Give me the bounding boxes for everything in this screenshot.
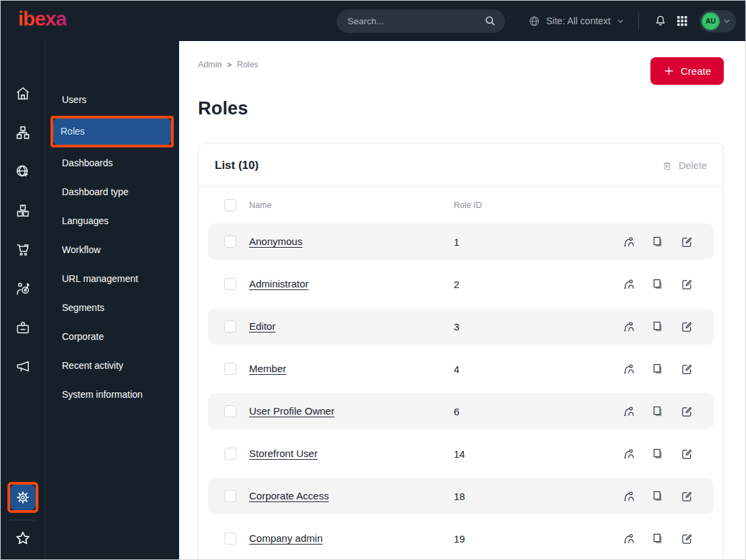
star-icon [14, 530, 32, 547]
admin-settings-button[interactable] [10, 485, 36, 510]
assign-user-icon-button[interactable] [622, 532, 636, 545]
sidebar-item-dashboards[interactable]: Dashboards [55, 150, 170, 176]
person-target-icon[interactable] [15, 281, 31, 297]
copy-icon-button[interactable] [651, 405, 665, 418]
create-button[interactable]: Create [650, 57, 724, 85]
global-search[interactable] [337, 9, 505, 33]
chevron-down-icon [722, 17, 731, 26]
edit-icon-button[interactable] [680, 447, 693, 460]
row-checkbox[interactable] [224, 490, 236, 502]
sidebar-item-system-information[interactable]: System information [55, 382, 170, 408]
assign-user-icon-button[interactable] [622, 320, 636, 333]
list-title: List (10) [215, 159, 259, 172]
row-checkbox[interactable] [224, 278, 236, 290]
role-name-link[interactable]: User Profile Owner [249, 405, 335, 417]
role-name-link[interactable]: Corporate Access [249, 490, 329, 501]
role-id-value: 3 [454, 321, 622, 332]
copy-icon-button[interactable] [651, 489, 665, 503]
admin-sidebar: Users Roles Dashboards Dashboard type [45, 41, 179, 559]
role-id-value: 4 [454, 363, 622, 375]
cart-icon[interactable] [15, 242, 31, 258]
edit-icon-button[interactable] [680, 489, 693, 503]
annotation-highlight-roles: Roles [50, 116, 174, 147]
sidebar-item-languages[interactable]: Languages [55, 208, 170, 234]
delete-button[interactable]: Delete [662, 160, 707, 172]
app-switcher-button[interactable] [671, 10, 693, 32]
rail-bottom-group [7, 482, 38, 551]
edit-icon-button[interactable] [680, 235, 693, 248]
copy-icon-button[interactable] [651, 362, 665, 376]
search-icon[interactable] [483, 14, 497, 28]
breadcrumb-item[interactable]: Admin [198, 60, 222, 69]
assign-user-icon-button[interactable] [622, 489, 636, 503]
breadcrumb-item[interactable]: Roles [237, 60, 259, 69]
avatar: AU [702, 12, 720, 30]
annotation-highlight-gear [7, 482, 38, 513]
bookmarks-button[interactable] [14, 527, 32, 551]
assign-user-icon-button[interactable] [622, 405, 636, 418]
role-id-value: 6 [454, 406, 622, 417]
trash-icon [662, 160, 673, 172]
search-input[interactable] [347, 16, 483, 26]
assign-user-icon-button[interactable] [622, 235, 636, 248]
role-id-value: 2 [454, 279, 622, 290]
sidebar-item-url-management[interactable]: URL management [55, 266, 170, 292]
table-row: User Profile Owner 6 [208, 393, 714, 429]
site-context-selector[interactable]: Site: All context [528, 15, 625, 28]
megaphone-icon[interactable] [15, 359, 31, 375]
sidebar-item-dashboard-type[interactable]: Dashboard type [55, 179, 170, 205]
topbar: ibexa Site: All context [1, 1, 745, 41]
table-row: Editor 3 [208, 308, 714, 345]
edit-icon-button[interactable] [680, 277, 693, 291]
assign-user-icon-button[interactable] [622, 362, 636, 376]
copy-icon-button[interactable] [651, 447, 665, 460]
boxes-icon[interactable] [15, 203, 31, 219]
table-row: Storefront User 14 [208, 435, 714, 472]
sidebar-item-users[interactable]: Users [55, 87, 170, 113]
topbar-divider [638, 13, 639, 29]
roles-list-panel: List (10) Delete Name Role ID [198, 143, 724, 560]
site-context-label: Site: All context [546, 15, 611, 26]
role-name-link[interactable]: Member [249, 363, 286, 374]
role-name-link[interactable]: Storefront User [249, 448, 318, 459]
row-checkbox[interactable] [224, 320, 236, 332]
globe-cursor-icon[interactable] [15, 164, 31, 180]
edit-icon-button[interactable] [680, 405, 693, 418]
id-badge-icon[interactable] [15, 320, 31, 336]
row-checkbox[interactable] [224, 363, 236, 375]
edit-icon-button[interactable] [680, 320, 693, 333]
role-name-link[interactable]: Editor [249, 320, 275, 332]
bell-icon [654, 14, 667, 28]
copy-icon-button[interactable] [651, 277, 665, 291]
row-checkbox[interactable] [224, 405, 236, 417]
column-header-name: Name [249, 201, 454, 210]
grid-icon [675, 14, 689, 28]
sidebar-item-segments[interactable]: Segments [55, 295, 170, 321]
row-checkbox[interactable] [224, 236, 236, 248]
home-icon[interactable] [15, 85, 31, 102]
plus-icon [663, 65, 675, 77]
sidebar-item-workflow[interactable]: Workflow [55, 237, 170, 263]
sidebar-item-corporate[interactable]: Corporate [55, 324, 170, 350]
sitemap-icon[interactable] [15, 125, 31, 141]
sidebar-item-roles[interactable]: Roles [53, 118, 171, 145]
edit-icon-button[interactable] [680, 362, 693, 376]
copy-icon-button[interactable] [651, 235, 665, 248]
row-checkbox[interactable] [224, 448, 236, 460]
role-name-link[interactable]: Company admin [249, 532, 323, 544]
assign-user-icon-button[interactable] [622, 447, 636, 460]
assign-user-icon-button[interactable] [622, 277, 636, 291]
sidebar-item-recent-activity[interactable]: Recent activity [55, 353, 170, 379]
user-menu[interactable]: AU [700, 10, 736, 32]
role-name-link[interactable]: Administrator [249, 278, 308, 289]
ibexa-logo[interactable]: ibexa [18, 9, 67, 33]
row-checkbox[interactable] [224, 532, 236, 545]
role-name-link[interactable]: Anonymous [249, 236, 302, 247]
edit-icon-button[interactable] [680, 532, 693, 545]
main-content: Admin>Roles Create Roles List (10) [179, 41, 745, 559]
copy-icon-button[interactable] [651, 320, 665, 333]
copy-icon-button[interactable] [651, 532, 665, 545]
select-all-checkbox[interactable] [224, 199, 236, 211]
notifications-button[interactable] [650, 10, 671, 32]
role-id-value: 14 [454, 448, 622, 460]
